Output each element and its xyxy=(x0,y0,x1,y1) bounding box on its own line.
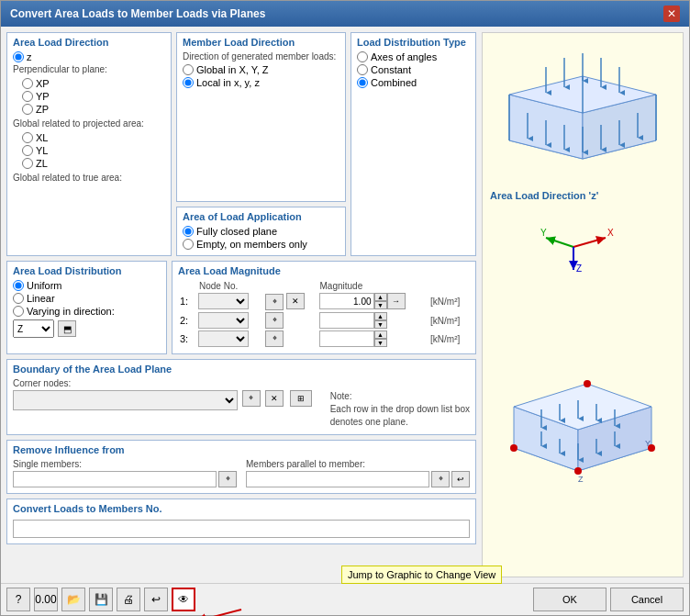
magnitude-input-2[interactable] xyxy=(319,312,374,329)
node-select-1[interactable] xyxy=(198,293,249,309)
global-true-label: Global related to true area: xyxy=(13,173,165,183)
magnitude-table: Node No. Magnitude 1: xyxy=(178,280,470,348)
empty-members-row: Empty, on members only xyxy=(183,239,339,250)
spin-down-2[interactable]: ▼ xyxy=(374,320,387,329)
corner-add-btn[interactable]: ⊞ xyxy=(290,390,312,407)
spin-1: ▲ ▼ xyxy=(374,293,387,309)
label-yp: YP xyxy=(36,91,50,102)
member-load-dir-group: Global in X, Y, Z Local in x, y, z xyxy=(183,64,339,88)
save-btn[interactable]: 💾 xyxy=(89,588,113,611)
node-pick-btn-2[interactable]: ⌖ xyxy=(265,312,284,329)
single-members-input[interactable] xyxy=(13,471,217,487)
title-bar: Convert Area Loads to Member Loads via P… xyxy=(1,1,689,27)
svg-text:Y: Y xyxy=(645,439,651,448)
radio-empty-members[interactable] xyxy=(183,239,194,250)
cancel-button[interactable]: Cancel xyxy=(610,588,684,611)
area-load-dist-title: Area Load Distribution xyxy=(13,265,161,276)
node-select-3[interactable] xyxy=(198,330,249,347)
global-proj-label: Global related to projected area: xyxy=(13,118,165,129)
radio-yp[interactable] xyxy=(22,91,33,102)
radio-zp[interactable] xyxy=(22,104,33,115)
spin-up-2[interactable]: ▲ xyxy=(374,312,387,320)
spin-up-1[interactable]: ▲ xyxy=(374,293,387,301)
corner-pick-btn[interactable]: ⌖ xyxy=(242,390,261,407)
radio-xp[interactable] xyxy=(22,78,33,89)
unit-label-3: [kN/m²] xyxy=(430,334,460,344)
close-button[interactable]: ✕ xyxy=(663,6,680,22)
zl-row: ZL xyxy=(22,158,165,169)
red-arrow-svg xyxy=(177,605,250,616)
open-btn[interactable]: 📂 xyxy=(61,588,85,611)
col-row-num xyxy=(178,280,196,292)
number-btn[interactable]: 0.00 xyxy=(34,588,58,611)
label-xp: XP xyxy=(36,78,50,89)
help-btn[interactable]: ? xyxy=(6,588,30,611)
radio-zl[interactable] xyxy=(22,158,33,169)
print-btn[interactable]: 🖨 xyxy=(117,588,140,611)
node-cell-2 xyxy=(196,311,263,330)
action-cell-1: ⌖ ✕ xyxy=(263,292,317,311)
direction-icon-btn[interactable]: ⬒ xyxy=(58,320,76,337)
radio-yl[interactable] xyxy=(22,145,33,156)
spin-3: ▲ ▼ xyxy=(374,330,387,347)
node-clear-btn-1[interactable]: ✕ xyxy=(286,293,305,309)
eye-icon: 👁 xyxy=(178,593,189,606)
direction-select[interactable]: Z X Y xyxy=(13,319,54,338)
global-xyz-row: Global in X, Y, Z xyxy=(183,64,339,75)
convert-loads-input[interactable] xyxy=(13,520,470,538)
single-members-pick[interactable]: ⌖ xyxy=(218,471,237,487)
member-load-dir-title: Member Load Direction xyxy=(183,37,339,48)
footer: ? 0.00 📂 💾 🖨 ↩ 👁 Jump to Graphic to Chan… xyxy=(1,583,689,615)
corner-nodes-select[interactable] xyxy=(13,390,238,410)
convert-loads-title: Convert Loads to Members No. xyxy=(13,503,470,514)
xl-row: XL xyxy=(22,132,165,143)
mag-goto-btn-1[interactable]: → xyxy=(387,293,406,309)
spin-2: ▲ ▼ xyxy=(374,312,387,329)
undo-btn[interactable]: ↩ xyxy=(144,588,168,611)
label-axes-angles: Axes of angles xyxy=(371,51,437,62)
node-pick-btn-1[interactable]: ⌖ xyxy=(265,294,284,310)
label-global-xyz: Global in X, Y, Z xyxy=(196,64,268,75)
magnitude-input-3[interactable] xyxy=(319,330,374,347)
magnitude-input-1[interactable] xyxy=(319,293,374,309)
radio-uniform[interactable] xyxy=(13,280,24,291)
radio-global-xyz[interactable] xyxy=(183,64,194,75)
col-actions xyxy=(263,280,317,292)
spin-down-1[interactable]: ▼ xyxy=(374,301,387,309)
top-sections: Area Load Direction z Perpendicular to p… xyxy=(6,32,476,256)
members-parallel-reset[interactable]: ↩ xyxy=(451,471,470,487)
radio-varying[interactable] xyxy=(13,306,24,317)
mag-cell-1: ▲ ▼ → xyxy=(317,292,429,311)
constant-row: Constant xyxy=(357,64,470,75)
dialog-body: Area Load Direction z Perpendicular to p… xyxy=(1,27,689,583)
top-diagram-svg xyxy=(491,39,674,182)
area-load-dist-group: Uniform Linear Varying in direction: xyxy=(13,280,161,317)
radio-combined[interactable] xyxy=(357,77,368,88)
ok-button[interactable]: OK xyxy=(533,588,607,611)
members-parallel-input[interactable] xyxy=(246,471,429,487)
corner-nodes-row: ⌖ ✕ ⊞ Note:Each row in the drop down lis… xyxy=(13,390,470,429)
members-parallel-label: Members parallel to member: xyxy=(246,459,470,469)
unit-label-1: [kN/m²] xyxy=(430,297,460,307)
tooltip-text: Jump to Graphic to Change View xyxy=(348,569,495,580)
node-pick-btn-3[interactable]: ⌖ xyxy=(265,330,284,347)
members-parallel-pick[interactable]: ⌖ xyxy=(431,471,450,487)
label-yl: YL xyxy=(36,145,48,156)
node-select-2[interactable] xyxy=(198,312,249,329)
radio-local-xyz[interactable] xyxy=(183,77,194,88)
radio-perp-z[interactable] xyxy=(13,51,24,62)
svg-text:Y: Y xyxy=(540,228,547,238)
mag-cell-2: ▲ ▼ xyxy=(317,311,429,330)
radio-fully-closed[interactable] xyxy=(183,226,194,237)
spin-down-3[interactable]: ▼ xyxy=(374,339,387,347)
local-xyz-row: Local in x, y, z xyxy=(183,77,339,88)
radio-axes-angles[interactable] xyxy=(357,51,368,62)
spin-up-3[interactable]: ▲ xyxy=(374,330,387,339)
view-btn-container: 👁 Jump to Graphic to Change View xyxy=(172,588,195,611)
main-dialog: Convert Area Loads to Member Loads via P… xyxy=(0,0,690,616)
section-boundary: Boundary of the Area Load Plane Corner n… xyxy=(6,359,476,435)
corner-delete-btn[interactable]: ✕ xyxy=(265,390,284,407)
radio-constant[interactable] xyxy=(357,64,368,75)
radio-xl[interactable] xyxy=(22,132,33,143)
radio-linear[interactable] xyxy=(13,293,24,304)
